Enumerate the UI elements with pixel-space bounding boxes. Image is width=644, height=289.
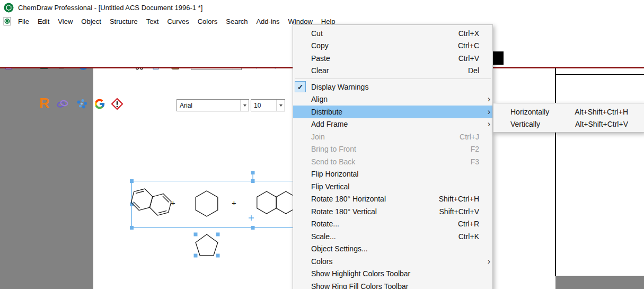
menu-separator [293,77,492,81]
menu-check-area [293,52,311,65]
menu-item[interactable]: Show Highlight Colors Toolbar [293,268,492,281]
menubar-item[interactable]: Structure [105,17,142,25]
submenu-item[interactable]: Horizontally Alt+Shift+Ctrl+H [493,106,644,118]
menu-check-area [293,280,311,289]
menu-check-area [293,218,311,231]
menu-check-area [293,65,311,77]
menu-check-area [293,205,311,218]
menu-check-area [293,193,311,206]
black-color-swatch[interactable] [492,51,504,65]
document-icon [3,17,12,25]
titlebar: ChemDraw Professional - [Untitled ACS Do… [0,0,644,15]
menubar-item[interactable]: Add-ins [252,17,284,25]
menu-check-area [293,27,311,40]
menubar-item[interactable]: Object [77,17,105,25]
distribute-submenu: Horizontally Alt+Shift+Ctrl+H Vertically… [493,103,644,133]
checkmark-icon [295,81,306,92]
submenu-chevron-icon [483,257,490,266]
submenu-chevron-icon [483,95,490,103]
menu-check-area [293,106,311,118]
menubar-item[interactable]: File [14,17,33,25]
menubar-item[interactable]: Colors [193,17,222,25]
menu-item[interactable]: Colors [293,255,492,268]
menu-item[interactable]: Scale... Ctrl+K [293,230,492,243]
menu-item[interactable]: Rotate 180° Vertical Shift+Ctrl+V [293,205,492,218]
menu-check-area [293,143,311,156]
menu-check-area [293,40,311,52]
plus-operator[interactable]: + [171,198,175,207]
menu-item[interactable]: Flip Vertical [293,180,492,193]
page-right-border [555,68,556,276]
menu-item[interactable]: Display Warnings [293,81,492,93]
submenu-item[interactable]: Vertically Alt+Shift+Ctrl+V [493,118,644,131]
menu-check-area [293,230,311,243]
menu-check-area [293,81,311,93]
menu-check-area [293,268,311,281]
menu-item[interactable]: Clear Del [293,65,492,77]
font-name-combobox[interactable]: Arial [177,99,249,111]
menu-item[interactable]: Flip Horizontal [293,168,492,181]
workspace-corner [555,276,644,289]
menu-item[interactable]: Paste Ctrl+V [293,52,492,65]
submenu-chevron-icon [483,108,490,116]
chemdraw-window: + + ChemDraw Professional - [Untitled AC… [0,0,644,289]
menu-item[interactable]: Distribute [293,106,492,118]
menu-item[interactable]: Show Ring Fill Colors Toolbar [293,280,492,289]
menu-check-area [293,180,311,193]
menu-item[interactable]: Rotate 180° Horizontal Shift+Ctrl+H [293,193,492,206]
menu-item[interactable]: Copy Ctrl+C [293,40,492,52]
menu-check-area [293,118,311,131]
menu-item[interactable]: Align [293,93,492,106]
chevron-down-icon[interactable] [276,100,285,111]
reaxys-r-icon[interactable]: R [39,95,50,111]
font-size-combobox[interactable]: 10 [251,99,285,111]
menu-item[interactable]: Add Frame [293,118,492,131]
chemdraw-3d-icon[interactable] [56,98,69,110]
chemacx-dots-icon[interactable] [75,98,88,110]
menu-item[interactable]: Object Settings... [293,243,492,256]
menu-check-area [293,168,311,181]
menubar-item[interactable]: Edit [33,17,54,25]
menu-check-area [293,255,311,268]
ghs-warning-icon[interactable] [111,98,123,110]
menu-check-area [293,130,311,143]
menubar-item[interactable]: Curves [163,17,193,25]
chevron-down-icon[interactable] [240,100,249,111]
menu-item[interactable]: Rotate... Ctrl+R [293,218,492,231]
menu-item[interactable]: Bring to Front F2 [293,143,492,156]
menu-check-area [293,93,311,106]
page-top-border [556,74,644,75]
menubar-item[interactable]: View [54,17,77,25]
menu-item[interactable]: Send to Back F3 [293,155,492,168]
menu-item[interactable]: Cut Ctrl+X [293,27,492,40]
menu-item[interactable]: Join Ctrl+J [293,130,492,143]
plus-operator[interactable]: + [232,198,236,207]
menu-check-area [293,155,311,168]
offpage-area [556,68,644,276]
object-context-menu: Cut Ctrl+X Copy Ctrl+C Paste Ctrl+V Clea… [293,24,493,289]
font-size-value: 10 [251,100,276,111]
chemdraw-logo-icon [4,3,14,13]
submenu-chevron-icon [483,120,490,128]
window-title: ChemDraw Professional - [Untitled ACS Do… [18,4,202,12]
menu-check-area [293,243,311,256]
font-name-value: Arial [177,100,240,111]
menubar-item[interactable]: Text [142,17,163,25]
menubar-item[interactable]: Search [222,17,252,25]
google-search-icon[interactable] [94,98,105,110]
